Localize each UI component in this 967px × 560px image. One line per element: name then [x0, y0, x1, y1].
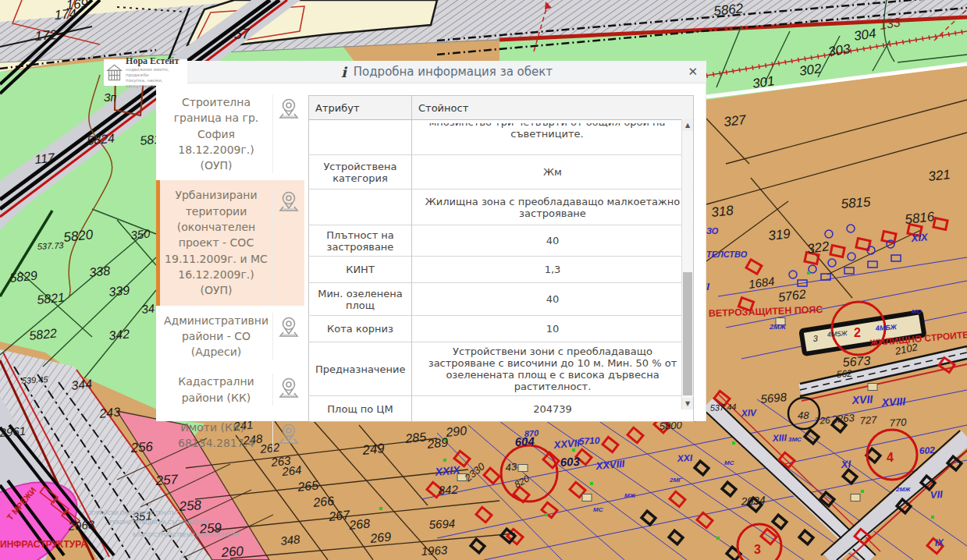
map-pin-icon — [277, 422, 300, 445]
map-label: 268 — [348, 516, 371, 532]
map-label: БЛАГОУСТРОЙСТВЕНИ МЕРОПРИЯТИЯ — [133, 531, 239, 537]
green-dot — [379, 507, 382, 510]
green-dot — [807, 271, 810, 275]
map-label: 339 — [108, 283, 130, 299]
popup-header: i Подробна информация за обект ✕ — [187, 61, 706, 83]
map-label: 43 — [505, 461, 517, 473]
map-label: РЕКОНСТРУКЦИЯ НА СЪОРЪЖЕНИЯ — [109, 519, 208, 526]
map-label: XIV — [740, 407, 757, 419]
map-label: ТЕЛСТВО — [706, 250, 748, 259]
map-label: 257 — [155, 472, 179, 488]
map-label: 243 — [98, 405, 121, 420]
scroll-up-arrow[interactable]: ▲ — [682, 119, 693, 131]
value-cell: 1,3 — [412, 257, 694, 283]
building-beige — [518, 465, 528, 472]
sidebar-item-3[interactable]: Кадастрални райони (КК) — [156, 367, 304, 413]
map-label: 350 — [130, 226, 151, 242]
map-label: XXIX — [434, 463, 462, 478]
map-label: 5698 — [760, 390, 787, 406]
house-icon — [106, 62, 123, 83]
sidebar-item-0[interactable]: Строителна граница на гр. София 18.12.20… — [156, 87, 304, 180]
value-cell: Устройствени зони с преобладаващо застро… — [412, 342, 694, 396]
map-label: 842 — [438, 483, 459, 497]
map-label: 5862 — [713, 1, 744, 19]
sidebar-item-label: Урбанизирани територии (окончателен прое… — [160, 187, 272, 298]
map-pin-icon — [277, 376, 300, 399]
map-label: 48 — [798, 409, 809, 421]
scroll-down-arrow[interactable]: ▼ — [682, 398, 693, 409]
attribute-cell: Мин. озеленена площ — [309, 283, 412, 316]
map-label: МС — [912, 308, 922, 315]
map-pin-icon — [277, 315, 300, 338]
map-label: 2МГ — [669, 477, 683, 484]
map-label: 117 — [34, 151, 56, 166]
sidebar-item-label: Имоти (КК) - 68134.2817.4 — [160, 420, 272, 452]
table-row: ПредназначениеУстройствени зони с преобл… — [309, 342, 694, 396]
map-label: 260 — [220, 544, 244, 560]
map-label: 249 — [361, 441, 386, 458]
building-beige — [868, 384, 877, 391]
map-label: 603 — [560, 455, 581, 469]
attribute-cell: Предназначение — [309, 342, 412, 396]
attribute-cell: Площ по ЦМ — [309, 396, 412, 422]
column-header-value: Стойност — [412, 96, 694, 120]
map-label: 4М5Ж — [827, 329, 848, 338]
map-label: 537.73 — [37, 240, 64, 251]
building-beige — [851, 494, 860, 502]
map-label: XIII — [771, 432, 787, 444]
map-application: 169174172575862Зп11758245811333043033023… — [0, 0, 967, 560]
table-scrollbar[interactable]: ▲ ▼ — [681, 119, 693, 409]
map-label: 1963 — [421, 543, 448, 558]
table-row: Жилищна зона с преобладаващо малкоетажно… — [309, 190, 694, 225]
map-label: 34 — [141, 301, 155, 316]
map-label: VII — [930, 488, 943, 501]
map-label: Зп — [104, 91, 117, 104]
map-label: 2963 — [67, 518, 95, 533]
map-label: 174 — [54, 6, 77, 23]
attribute-cell: Кота корниз — [309, 316, 412, 342]
sidebar-item-label: Строителна граница на гр. София 18.12.20… — [160, 94, 272, 173]
map-label: 2034 — [740, 494, 766, 508]
map-label: 537.44 — [709, 402, 736, 413]
map-label: IX — [934, 537, 944, 548]
map-label: 2МЖ — [769, 323, 787, 331]
map-label: 727 — [859, 413, 877, 427]
map-label: 3 — [754, 543, 761, 556]
table-row: Кота корниз10 — [309, 316, 694, 342]
value-cell: 40 — [412, 283, 694, 316]
sidebar-item-4[interactable]: Имоти (КК) - 68134.2817.4 — [156, 413, 304, 459]
value-cell: Жилищна зона с преобладаващо малкоетажно… — [412, 190, 694, 225]
sidebar-item-label: Административни райони - СО (Адреси) — [160, 313, 272, 360]
logo-title: Нора Естейт — [126, 56, 185, 66]
green-dot — [443, 459, 446, 462]
map-label: 285 — [404, 430, 427, 445]
map-label: МС — [593, 506, 603, 513]
sidebar-item-1[interactable]: Урбанизирани територии (окончателен прое… — [156, 180, 304, 305]
map-label: 57 — [233, 26, 251, 42]
map-label: XXVII — [553, 437, 581, 451]
map-label: МЖ — [624, 492, 636, 499]
map-label: 256 — [130, 439, 154, 455]
map-label: 2 — [854, 326, 861, 339]
attribute-cell — [309, 120, 412, 155]
map-label: XVIII — [880, 395, 906, 409]
close-icon[interactable]: ✕ — [688, 65, 698, 79]
sidebar-item-label: Кадастрални райони (КК) — [160, 374, 272, 406]
info-icon: i — [341, 64, 347, 80]
scrollbar-thumb[interactable] — [683, 272, 692, 395]
table-row: Мин. озеленена площ40 — [309, 283, 694, 316]
map-label: 264 — [281, 463, 303, 478]
table-row: Устройствена категорияЖм — [309, 155, 694, 190]
map-label: СОФИЙСКИ ОКОЛОВРЪСТЕН ПЪТ — [87, 509, 180, 516]
map-label: XVII — [851, 393, 873, 406]
sidebar-item-2[interactable]: Административни райони - СО (Адреси) — [156, 306, 304, 367]
value-cell: мнозинство три четвърти от общия брой на… — [412, 120, 694, 155]
attribute-table: Атрибут Стойност мнозинство три четвърти… — [308, 95, 694, 422]
map-label: 5815 — [841, 194, 872, 211]
table-row: КИНТ1,3 — [309, 257, 694, 283]
value-cell: 40 — [412, 225, 694, 257]
map-label: 3МС — [788, 436, 802, 443]
site-logo[interactable]: Нора Естейт недвижими имоти, продажби по… — [104, 59, 187, 86]
logo-subtitle-1: недвижими имоти, продажби — [126, 67, 185, 78]
map-pin-icon — [277, 190, 300, 213]
